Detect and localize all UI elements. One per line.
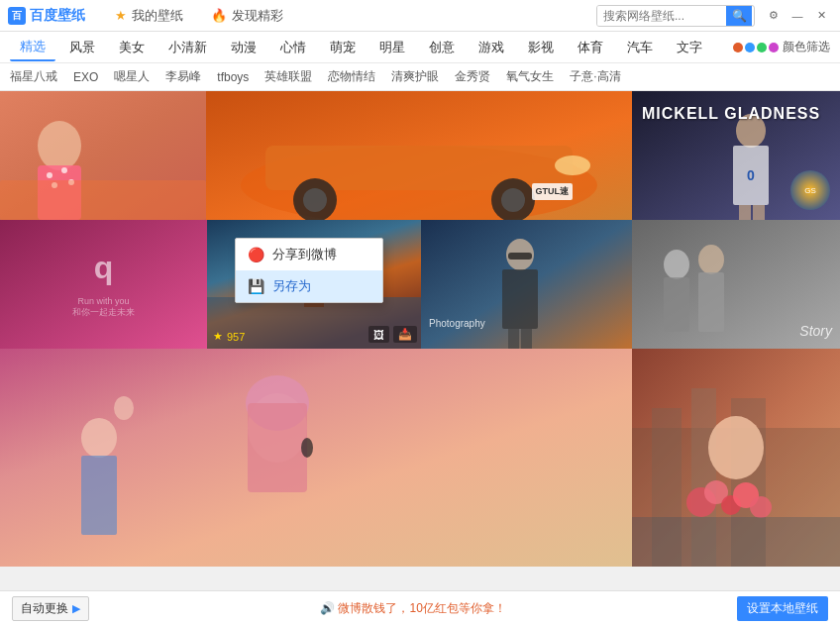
context-menu: 🔴 分享到微博 💾 另存为	[235, 238, 383, 303]
title-bar: 百 百度壁纸 ★ 我的壁纸 🔥 发现精彩 🔍 ⚙ — ✕	[0, 0, 840, 32]
svg-rect-44	[248, 403, 307, 492]
svg-rect-41	[81, 456, 117, 535]
svg-point-45	[301, 438, 313, 458]
nav-item-games[interactable]: 游戏	[469, 35, 514, 60]
svg-point-37	[698, 245, 724, 274]
svg-point-3	[47, 172, 52, 178]
nav-item-text[interactable]: 文字	[667, 35, 712, 60]
wallpaper-download-btn[interactable]: 📥	[393, 326, 417, 343]
svg-point-1	[38, 121, 81, 170]
grid-cell-1-3[interactable]: 0 MICKELL GLADNESS GS	[632, 91, 840, 220]
svg-rect-38	[698, 272, 724, 332]
grid-row-2: q Run with you 和你一起走未来	[0, 220, 840, 349]
color-filter[interactable]: 颜色筛选	[733, 39, 830, 55]
nav-item-mood[interactable]: 心情	[270, 35, 316, 60]
grid-cell-1-2[interactable]: GTUL速	[206, 91, 632, 220]
svg-rect-31	[508, 329, 519, 349]
weibo-notice-text[interactable]: 微博散钱了，10亿红包等你拿！	[338, 601, 505, 615]
search-icon: 🔍	[732, 9, 747, 23]
color-dots	[733, 43, 779, 52]
cdot-orange	[733, 43, 743, 52]
svg-point-52	[708, 416, 764, 479]
grid-cell-2-1[interactable]: q Run with you 和你一起走未来	[0, 220, 207, 349]
nav-item-beauty[interactable]: 美女	[109, 35, 155, 60]
grid-cell-2-3[interactable]: Photography	[421, 220, 632, 349]
svg-point-12	[303, 188, 327, 212]
auto-change-button[interactable]: 自动更换 ▶	[12, 596, 89, 621]
tag-fuxing[interactable]: 福星八戒	[10, 68, 57, 85]
tab-discover[interactable]: 🔥 发现精彩	[197, 0, 297, 32]
story-text: Story	[799, 323, 832, 339]
app-logo: 百 百度壁纸	[8, 7, 85, 25]
speaker-icon: 🔊	[320, 601, 335, 615]
run-with-you-text: Run with you 和你一起走未来	[72, 296, 135, 319]
app-title: 百度壁纸	[30, 7, 85, 25]
svg-text:0: 0	[747, 167, 755, 183]
tab-discover-label: 发现精彩	[232, 7, 283, 25]
svg-rect-7	[0, 180, 206, 220]
tag-hero-league[interactable]: 英雄联盟	[264, 68, 312, 85]
cdot-blue	[745, 43, 755, 52]
tag-exo[interactable]: EXO	[73, 70, 98, 84]
tag-oxygen-girl[interactable]: 氧气女生	[506, 68, 554, 85]
tag-fresh-eye[interactable]: 清爽护眼	[391, 68, 439, 85]
ctx-save-as[interactable]: 💾 另存为	[236, 270, 382, 302]
nav-item-creative[interactable]: 创意	[419, 35, 465, 60]
settings-button[interactable]: ⚙	[763, 6, 785, 26]
nav-item-anime[interactable]: 动漫	[221, 35, 266, 60]
share-icon: 🔴	[248, 247, 264, 262]
ctx-share-weibo[interactable]: 🔴 分享到微博	[236, 239, 382, 270]
grid-cell-3-2[interactable]	[632, 349, 840, 567]
svg-rect-58	[632, 517, 840, 567]
nav-item-stars[interactable]: 明星	[369, 35, 415, 60]
auto-change-label: 自动更换	[21, 600, 68, 617]
svg-point-15	[555, 156, 590, 175]
svg-rect-33	[508, 253, 532, 260]
tag-ziyi-hd[interactable]: 子意·高清	[570, 68, 620, 85]
nav-item-cars[interactable]: 汽车	[617, 35, 663, 60]
svg-rect-32	[521, 329, 532, 349]
nav-item-fresh[interactable]: 小清新	[158, 35, 217, 60]
star-count-overlay: ★ 957	[213, 330, 245, 343]
ctx-save-label: 另存为	[272, 277, 311, 295]
ctx-share-label: 分享到微博	[272, 246, 337, 263]
grid-cell-3-1[interactable]	[0, 349, 632, 567]
svg-point-57	[750, 496, 772, 518]
nav-item-sports[interactable]: 体育	[568, 35, 613, 60]
wallpaper-preview-btn[interactable]: 🖼	[368, 326, 389, 343]
tag-bar: 福星八戒 EXO 嗯星人 李易峰 tfboys 英雄联盟 恋物情结 清爽护眼 金…	[0, 63, 840, 91]
set-wallpaper-button[interactable]: 设置本地壁纸	[737, 596, 828, 621]
grid-cell-1-1[interactable]	[0, 91, 206, 220]
minimize-button[interactable]: —	[787, 6, 808, 26]
svg-point-40	[81, 418, 117, 458]
tag-lover[interactable]: 恋物情结	[328, 68, 375, 85]
cdot-purple	[769, 43, 779, 52]
tag-tfboys[interactable]: tfboys	[217, 70, 249, 84]
star-icon: ★	[115, 8, 127, 23]
svg-point-46	[114, 396, 134, 420]
grid-row-3	[0, 349, 840, 567]
fire-icon: 🔥	[211, 8, 227, 23]
search-bar: 🔍	[596, 5, 755, 27]
tag-kimsoohyun[interactable]: 金秀贤	[455, 68, 490, 85]
tag-nenxingren[interactable]: 嗯星人	[114, 68, 150, 85]
overlay-buttons: 🖼 📥	[368, 326, 417, 343]
svg-rect-19	[739, 205, 751, 220]
nav-item-tv[interactable]: 影视	[518, 35, 564, 60]
grid-cell-2-4[interactable]: Story	[632, 220, 840, 349]
nav-item-pets[interactable]: 萌宠	[320, 35, 366, 60]
cdot-green	[757, 43, 767, 52]
photography-text: Photography	[429, 318, 485, 329]
nav-item-featured[interactable]: 精选	[10, 34, 55, 61]
svg-point-35	[664, 250, 689, 279]
nav-item-scenery[interactable]: 风景	[59, 35, 105, 60]
tag-liyifeng[interactable]: 李易峰	[165, 68, 201, 85]
close-button[interactable]: ✕	[810, 6, 832, 26]
play-icon: ▶	[72, 602, 80, 615]
save-icon: 💾	[248, 278, 264, 294]
search-button[interactable]: 🔍	[726, 6, 752, 26]
svg-rect-30	[502, 269, 538, 329]
bottom-bar: 自动更换 ▶ 🔊 微博散钱了，10亿红包等你拿！ 设置本地壁纸	[0, 590, 840, 626]
search-input[interactable]	[597, 6, 726, 26]
tab-my-wallpapers[interactable]: ★ 我的壁纸	[101, 0, 197, 32]
